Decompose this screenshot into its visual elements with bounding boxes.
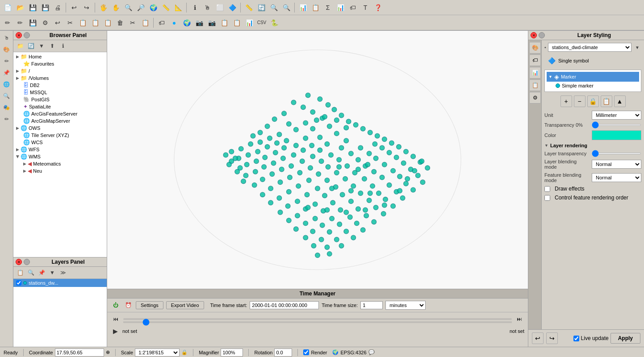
layer-transparency-slider[interactable] [592, 153, 641, 154]
tree-ows[interactable]: ▶ 🌐 OWS [14, 125, 106, 132]
tm-play-btn[interactable]: ▶ [111, 327, 120, 336]
control-rendering-checkbox[interactable] [544, 195, 550, 201]
sym-copy-btn[interactable]: 📋 [601, 95, 612, 107]
browser-refresh-btn[interactable]: 🔄 [26, 41, 36, 51]
mask-tool[interactable]: 🎭 [1, 102, 12, 113]
measure-btn[interactable]: 📏 [243, 2, 255, 13]
paint-tool[interactable]: 🎨 [1, 44, 12, 55]
edit-tool[interactable]: ✏ [1, 56, 12, 66]
time-slider[interactable] [123, 318, 512, 320]
new-file-btn[interactable]: 📄 [2, 2, 13, 13]
zoom-selection-btn[interactable]: 📐 [172, 2, 184, 13]
styling-close-btn[interactable]: ✕ [531, 32, 537, 38]
label2-btn[interactable]: 🏷 [156, 17, 167, 29]
layer-select-arrow[interactable]: ▼ [633, 43, 641, 51]
save-edits-btn[interactable]: 💾 [27, 17, 38, 29]
symbol-simple-marker-row[interactable]: Simple marker [547, 82, 639, 90]
cut2-btn[interactable]: ✂ [127, 17, 138, 29]
status-rotation-input[interactable] [274, 349, 292, 357]
sym-up-btn[interactable]: ▲ [614, 95, 626, 107]
draw-effects-checkbox[interactable] [544, 186, 550, 192]
globe-tool[interactable]: 🌐 [1, 79, 12, 90]
layer-blending-select[interactable]: Normal Lighten Screen Multiply [592, 160, 641, 169]
copy-btn[interactable]: 📋 [77, 17, 88, 29]
browser-up-btn[interactable]: ⬆ [47, 41, 57, 51]
tree-tile[interactable]: 🌐 Tile Server (XYZ) [14, 132, 106, 139]
browser-float-btn[interactable] [24, 32, 30, 38]
stats-btn[interactable]: Σ [322, 2, 334, 13]
tm-forward-btn[interactable]: ⏭ [514, 314, 524, 324]
refresh-btn[interactable]: 🔄 [255, 2, 267, 13]
tree-root[interactable]: ▶ 📁 / [14, 67, 106, 75]
browser-info-btn[interactable]: ℹ [58, 41, 68, 51]
pan-btn[interactable]: 🖐 [97, 2, 109, 13]
chart-btn[interactable]: 📊 [335, 2, 346, 13]
csv-btn[interactable]: CSV [256, 17, 268, 29]
zoom-in-btn[interactable]: 🔍 [122, 2, 134, 13]
print-btn[interactable]: 🖨 [52, 2, 63, 13]
python-btn[interactable]: 🐍 [268, 17, 280, 29]
edit2-tool[interactable]: ✏ [1, 114, 12, 125]
layers-style-btn[interactable]: 📌 [37, 268, 46, 278]
browser-filter-btn[interactable]: ▼ [37, 41, 46, 51]
status-render-checkbox[interactable] [303, 349, 309, 355]
tree-wcs[interactable]: 🌐 WCS [14, 139, 106, 146]
tm-minutes-select[interactable]: minutes hours days [385, 301, 426, 310]
tree-postgis[interactable]: 🐘 PostGIS [14, 96, 106, 103]
single-symbol-btn[interactable]: 🔷 Single symbol [544, 55, 641, 66]
layers-close-btn[interactable]: ✕ [16, 259, 22, 265]
settings2-btn[interactable]: ⚙ [39, 17, 51, 29]
paste-btn[interactable]: 📋 [89, 17, 101, 29]
tree-volumes[interactable]: ▶ 📁 /Volumes [14, 75, 106, 82]
tree-arcgis-map[interactable]: 🌐 ArcGisMapServer [14, 117, 106, 125]
layer-visible-checkbox[interactable] [16, 280, 21, 286]
open-btn[interactable]: 📂 [14, 2, 26, 13]
tm-clock-btn[interactable]: ⏰ [123, 300, 133, 310]
layers-float-btn[interactable] [24, 259, 30, 265]
zoom-percent-btn[interactable]: 🔍 [280, 2, 292, 13]
apply-btn[interactable]: Apply [611, 333, 640, 344]
identify-btn[interactable]: ℹ [189, 2, 201, 13]
layer-props-btn[interactable]: 📋 [309, 2, 321, 13]
styling-redo-btn[interactable]: ↪ [546, 332, 558, 344]
redo-btn[interactable]: ↪ [81, 2, 92, 13]
layer-stations[interactable]: stations_dw... [13, 279, 107, 287]
style-tab-diagram[interactable]: 📊 [529, 67, 541, 79]
clipboard2-btn[interactable]: 📋 [231, 17, 243, 29]
symbol-marker-row[interactable]: ▼ ◈ Marker [547, 72, 639, 82]
zoom-full-btn[interactable]: 🌍 [147, 2, 159, 13]
browser-close-btn[interactable]: ✕ [16, 32, 22, 38]
tree-home[interactable]: ▶ 📁 Home [14, 53, 106, 60]
feature-blending-select[interactable]: Normal Lighten Screen Multiply [592, 173, 641, 182]
tm-rewind-btn[interactable]: ⏮ [111, 314, 121, 324]
tree-spatialite[interactable]: ✦ SpatiaLite [14, 103, 106, 110]
sym-add-btn[interactable]: + [560, 95, 572, 107]
sym-remove-btn[interactable]: − [574, 95, 585, 107]
pan-map-btn[interactable]: ✋ [110, 2, 121, 13]
layers-more-btn[interactable]: ≫ [58, 268, 68, 278]
zoom-native-btn[interactable]: 🔍 [268, 2, 280, 13]
tree-wms[interactable]: ▶ 🌐 WMS [14, 153, 106, 160]
tm-frame-size-input[interactable] [360, 301, 383, 309]
cut-btn[interactable]: ✂ [64, 17, 76, 29]
tm-export-btn[interactable]: Export Video [166, 301, 204, 309]
status-coordinate-input[interactable] [55, 349, 104, 357]
color-swatch[interactable] [592, 130, 641, 140]
transparency-slider[interactable] [592, 124, 641, 126]
style-tab-fields[interactable]: 📋 [529, 79, 541, 91]
styling-undo-btn[interactable]: ↩ [532, 332, 544, 344]
table-btn[interactable]: 📊 [243, 17, 255, 29]
style-tab-rendering[interactable]: ⚙ [529, 92, 541, 104]
tm-frame-start-input[interactable] [250, 301, 319, 309]
unit-select[interactable]: Millimeter [592, 111, 641, 120]
pointer-tool[interactable]: 🖱 [1, 33, 12, 43]
styling-float-btn[interactable] [539, 32, 545, 38]
map-canvas[interactable] [107, 31, 528, 289]
camera-btn[interactable]: 📷 [193, 17, 205, 29]
clipboard-btn[interactable]: 📋 [218, 17, 230, 29]
tm-power-btn[interactable]: ⏻ [111, 300, 121, 310]
edit-btn[interactable]: ✏ [2, 17, 13, 29]
status-magnifier-input[interactable] [221, 349, 243, 357]
zoom-layer-btn[interactable]: 📏 [160, 2, 171, 13]
select-rect-btn[interactable]: ⬜ [214, 2, 226, 13]
